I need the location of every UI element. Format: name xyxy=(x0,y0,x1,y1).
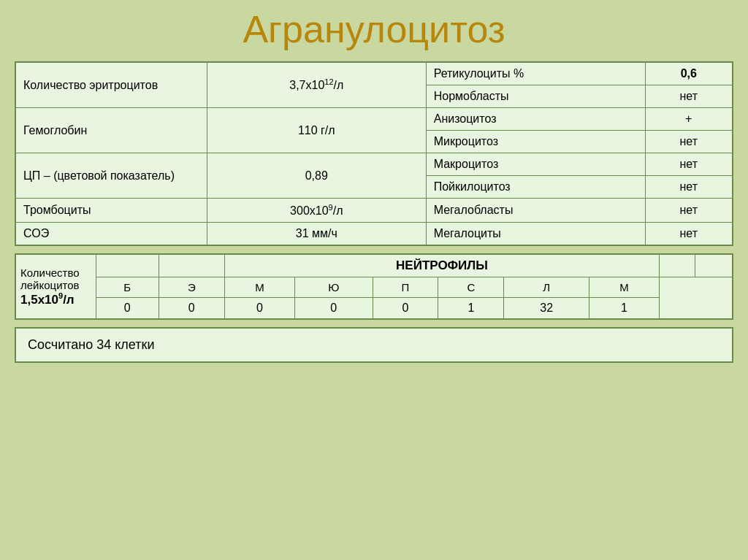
table-row: СОЭ 31 мм/ч Мегалоциты нет xyxy=(15,223,733,246)
macrocytosis-label: Макроцитоз xyxy=(426,153,645,176)
macrocytosis-value: нет xyxy=(645,153,733,176)
megaloblasts-label: Мегалобласты xyxy=(426,199,645,223)
col-p-header: П xyxy=(373,277,438,298)
poikilocytosis-value: нет xyxy=(645,176,733,199)
empty-col-e xyxy=(159,254,224,277)
anizocytosis-label: Анизоцитоз xyxy=(426,108,645,131)
col-yu-header: Ю xyxy=(295,277,373,298)
col-s-header: С xyxy=(438,277,504,298)
neytrofily-header: НЕЙТРОФИЛЫ xyxy=(224,254,660,277)
megalocytes-label: Мегалоциты xyxy=(426,223,645,246)
table-row: Гемоглобин 110 г/л Анизоцитоз + xyxy=(15,108,733,131)
trombocytes-label: Тромбоциты xyxy=(15,199,207,223)
trombocytes-value: 300х109/л xyxy=(207,199,426,223)
val-p: 0 xyxy=(373,298,438,320)
col-b-header: Б xyxy=(96,277,159,298)
anizocytosis-value: + xyxy=(645,108,733,131)
col-m2-header: М xyxy=(589,277,659,298)
table-row: ЦП – (цветовой показатель) 0,89 Макроцит… xyxy=(15,153,733,176)
normoblasts-label: Нормобласты xyxy=(426,85,645,108)
reticulocytes-label: Ретикулоциты % xyxy=(426,62,645,85)
megalocytes-value: нет xyxy=(645,223,733,246)
leuko-values-row: 0 0 0 0 0 1 32 1 xyxy=(15,298,733,320)
leuko-count-label: Количество лейкоцитов 1,5х109/л xyxy=(15,254,96,319)
col-e-header: Э xyxy=(159,277,224,298)
val-s: 1 xyxy=(438,298,504,320)
hemoglobin-label: Гемоглобин xyxy=(15,108,207,153)
main-table: Количество эритроцитов 3,7х1012/л Ретику… xyxy=(15,61,733,246)
table-row: Тромбоциты 300х109/л Мегалобласты нет xyxy=(15,199,733,223)
val-e: 0 xyxy=(159,298,224,320)
cp-label: ЦП – (цветовой показатель) xyxy=(15,153,207,199)
cp-value: 0,89 xyxy=(207,153,426,199)
leuko-table: Количество лейкоцитов 1,5х109/л НЕЙТРОФИ… xyxy=(15,253,733,320)
leuko-count-value: 1,5х109/л xyxy=(20,293,75,307)
col-l-header: Л xyxy=(504,277,589,298)
val-yu: 0 xyxy=(295,298,373,320)
page-title: Агранулоцитоз xyxy=(243,7,505,51)
val-m1: 0 xyxy=(224,298,294,320)
val-l: 32 xyxy=(504,298,589,320)
empty-col-m xyxy=(695,254,733,277)
erythrocytes-label: Количество эритроцитов xyxy=(15,62,207,108)
normoblasts-value: нет xyxy=(645,85,733,108)
note-box: Сосчитано 34 клетки xyxy=(15,327,733,363)
table-row: Количество эритроцитов 3,7х1012/л Ретику… xyxy=(15,62,733,85)
col-m1-header: М xyxy=(224,277,294,298)
soe-label: СОЭ xyxy=(15,223,207,246)
hemoglobin-value: 110 г/л xyxy=(207,108,426,153)
microcytosis-label: Микроцитоз xyxy=(426,131,645,153)
erythrocytes-value: 3,7х1012/л xyxy=(207,62,426,108)
poikilocytosis-label: Пойкилоцитоз xyxy=(426,176,645,199)
empty-col-l xyxy=(660,254,695,277)
val-m2: 1 xyxy=(589,298,659,320)
val-b: 0 xyxy=(96,298,159,320)
megaloblasts-value: нет xyxy=(645,199,733,223)
leuko-header-row: Количество лейкоцитов 1,5х109/л НЕЙТРОФИ… xyxy=(15,254,733,277)
soe-value: 31 мм/ч xyxy=(207,223,426,246)
note-text: Сосчитано 34 клетки xyxy=(28,337,154,352)
leuko-subheader-row: Б Э М Ю П С Л М xyxy=(15,277,733,298)
reticulocytes-value: 0,6 xyxy=(645,62,733,85)
microcytosis-value: нет xyxy=(645,131,733,153)
empty-col-b xyxy=(96,254,159,277)
